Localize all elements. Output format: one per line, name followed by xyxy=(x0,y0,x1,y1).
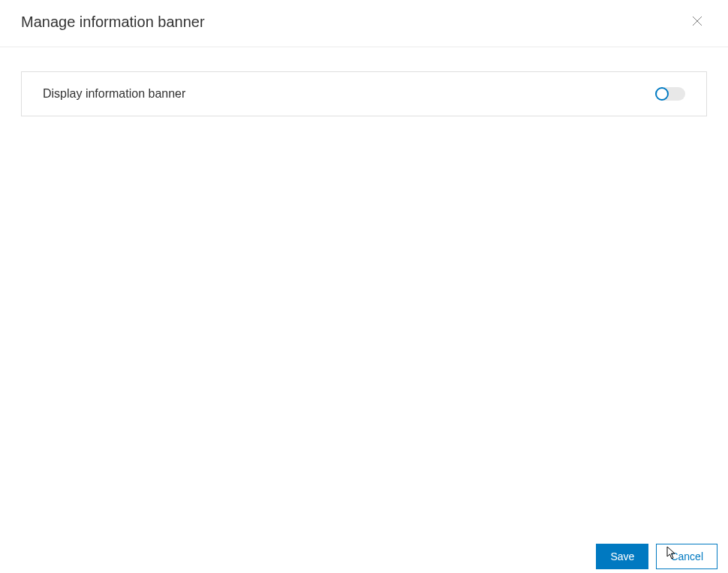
display-banner-label: Display information banner xyxy=(43,87,185,101)
close-button[interactable] xyxy=(687,11,707,33)
dialog-header: Manage information banner xyxy=(0,0,728,47)
toggle-knob xyxy=(655,87,669,101)
display-banner-toggle[interactable] xyxy=(655,86,685,102)
save-button[interactable]: Save xyxy=(596,544,648,569)
dialog-content: Display information banner xyxy=(0,47,728,140)
display-banner-row: Display information banner xyxy=(21,71,707,116)
dialog-footer: Save Cancel xyxy=(0,544,728,573)
dialog-title: Manage information banner xyxy=(21,14,205,31)
cancel-button[interactable]: Cancel xyxy=(656,544,717,569)
close-icon xyxy=(690,14,704,30)
